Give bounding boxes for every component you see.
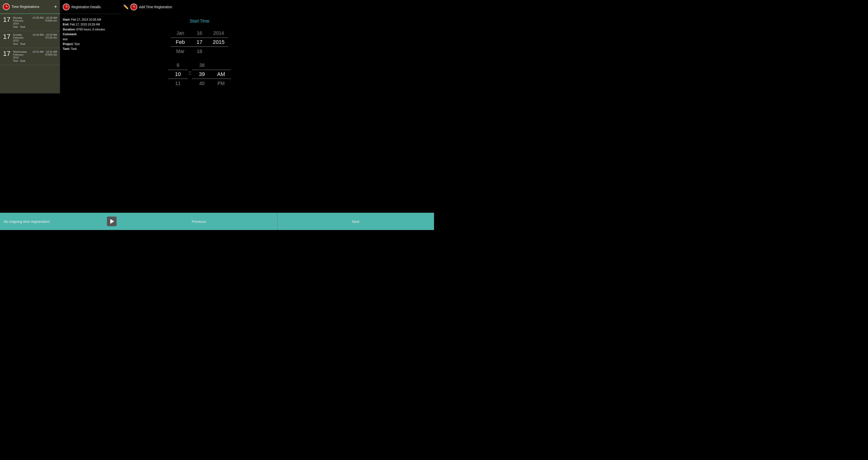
date-block: 17 bbox=[3, 16, 10, 23]
right-panel-header: ✏️ Add Time Registration bbox=[120, 0, 279, 14]
item-task: Test · Task bbox=[13, 25, 30, 28]
hour-9[interactable]: 9 bbox=[168, 61, 187, 70]
middle-panel-header: Registration Details bbox=[60, 0, 120, 14]
time-registrations-panel: Time Registrations + 17 Monday February … bbox=[0, 0, 60, 93]
day-number: 17 bbox=[3, 50, 10, 57]
day-number: 17 bbox=[3, 16, 10, 23]
bottom-left-section: No ongoing time registration! bbox=[0, 213, 120, 230]
item-time-range: 10:31 AM - 10:31 AM bbox=[32, 50, 57, 53]
clock-icon-middle bbox=[63, 4, 69, 10]
end-label: End: bbox=[63, 23, 69, 26]
bottom-bar: No ongoing time registration! Previous N… bbox=[0, 213, 434, 230]
comment-value: test bbox=[63, 37, 118, 42]
item-time-block: 10:28 AM - 10:28 AM 8760h 0m bbox=[32, 16, 57, 22]
month-mar[interactable]: Mar bbox=[171, 47, 190, 56]
comment-row: Comment: test bbox=[63, 32, 118, 42]
end-value: Feb 17, 2015 10:28 AM bbox=[70, 23, 100, 26]
no-registration-text: No ongoing time registration! bbox=[4, 220, 50, 224]
item-weekday: Sunday bbox=[13, 33, 30, 36]
item-info: Monday February 2014 Test · Task bbox=[13, 16, 30, 28]
month-feb-selected[interactable]: Feb bbox=[171, 38, 190, 47]
day-18[interactable]: 18 bbox=[190, 47, 209, 56]
duration-row: Duration: 8760 hours, 0 minutes bbox=[63, 27, 118, 32]
bottom-right-section: Previous Next bbox=[120, 213, 434, 230]
day-16[interactable]: 16 bbox=[190, 29, 209, 38]
hour-11[interactable]: 11 bbox=[168, 79, 187, 88]
duration-value: 8760 hours, 0 minutes bbox=[76, 28, 105, 31]
comment-label: Comment: bbox=[63, 33, 77, 36]
month-column[interactable]: Jan Feb Mar bbox=[171, 29, 190, 56]
end-row: End: Feb 17, 2015 10:28 AM bbox=[63, 22, 118, 27]
duration-label: Duration: bbox=[63, 28, 75, 31]
task-value: Task bbox=[71, 47, 77, 51]
date-block: 17 bbox=[3, 50, 10, 57]
date-block: 17 bbox=[3, 33, 10, 40]
left-panel-header: Time Registrations + bbox=[0, 0, 60, 14]
time-picker: 9 10 11 : 38 39 40 AM PM bbox=[120, 61, 279, 88]
item-duration: 8760h 0m bbox=[32, 19, 57, 22]
item-month-year: February 2010 bbox=[13, 53, 30, 59]
edit-icon: ✏️ bbox=[123, 4, 128, 9]
play-button[interactable] bbox=[107, 217, 117, 226]
left-panel-title: Time Registrations bbox=[11, 5, 39, 9]
start-row: Start: Feb 17, 2014 10:28 AM bbox=[63, 17, 118, 22]
item-duration: 8712h 0m bbox=[32, 36, 57, 39]
start-time-section: Start Time Jan Feb Mar 16 17 18 2014 201… bbox=[120, 14, 279, 93]
item-weekday: Wednesday bbox=[13, 50, 30, 53]
item-weekday: Monday bbox=[13, 16, 30, 19]
year-2014[interactable]: 2014 bbox=[209, 29, 228, 38]
month-jan[interactable]: Jan bbox=[171, 29, 190, 38]
year-2015-selected[interactable]: 2015 bbox=[209, 38, 228, 47]
add-time-registration-panel: ✏️ Add Time Registration Start Time Jan … bbox=[120, 0, 279, 93]
middle-panel-title: Registration Details bbox=[71, 5, 100, 9]
item-time-range: 10:28 AM - 10:28 AM bbox=[32, 16, 57, 19]
day-column[interactable]: 16 17 18 bbox=[190, 29, 209, 56]
minute-38[interactable]: 38 bbox=[192, 61, 212, 70]
item-task: Test · Task bbox=[13, 42, 30, 45]
project-label: Project: bbox=[63, 42, 73, 46]
minute-40[interactable]: 40 bbox=[192, 79, 212, 88]
item-month-year: February 2013 bbox=[13, 36, 30, 42]
add-registration-button[interactable]: + bbox=[54, 4, 57, 9]
day-17-selected[interactable]: 17 bbox=[190, 38, 209, 47]
project-row: Project: Test bbox=[63, 42, 118, 46]
clock-icon-right bbox=[130, 4, 137, 10]
ampm-pm[interactable]: PM bbox=[212, 79, 231, 88]
ampm-am-selected[interactable]: AM bbox=[212, 70, 231, 79]
start-label: Start: bbox=[63, 18, 70, 21]
list-item[interactable]: 17 Wednesday February 2010 Test · Task 1… bbox=[0, 48, 60, 65]
item-time-block: 10:29 AM - 10:29 AM 8712h 0m bbox=[32, 33, 57, 39]
item-month-year: February 2014 bbox=[13, 19, 30, 25]
previous-button[interactable]: Previous bbox=[120, 213, 277, 230]
start-value: Feb 17, 2014 10:28 AM bbox=[71, 18, 101, 21]
item-time-block: 10:31 AM - 10:31 AM 8760h 0m bbox=[32, 50, 57, 56]
header-left: Time Registrations bbox=[3, 3, 39, 10]
date-picker: Jan Feb Mar 16 17 18 2014 2015 bbox=[120, 29, 279, 56]
year-column[interactable]: 2014 2015 bbox=[209, 29, 228, 56]
registration-details-panel: Registration Details Start: Feb 17, 2014… bbox=[60, 0, 120, 55]
hour-column[interactable]: 9 10 11 bbox=[168, 61, 187, 88]
clock-icon bbox=[3, 3, 9, 10]
task-label: Task: bbox=[63, 47, 70, 51]
minute-39-selected[interactable]: 39 bbox=[192, 70, 212, 79]
next-button[interactable]: Next bbox=[277, 213, 434, 230]
right-panel-title: Add Time Registration bbox=[139, 5, 172, 9]
list-item[interactable]: 17 Monday February 2014 Test · Task 10:2… bbox=[0, 14, 60, 31]
list-item[interactable]: 17 Sunday February 2013 Test · Task 10:2… bbox=[0, 31, 60, 48]
hour-10-selected[interactable]: 10 bbox=[168, 70, 187, 79]
ampm-column[interactable]: AM PM bbox=[212, 61, 231, 88]
day-number: 17 bbox=[3, 33, 10, 40]
task-row: Task: Task bbox=[63, 46, 118, 51]
item-time-range: 10:29 AM - 10:29 AM bbox=[32, 33, 57, 36]
item-info: Wednesday February 2010 Test · Task bbox=[13, 50, 30, 62]
item-duration: 8760h 0m bbox=[32, 53, 57, 56]
time-separator: : bbox=[187, 61, 192, 76]
details-content: Start: Feb 17, 2014 10:28 AM End: Feb 17… bbox=[60, 14, 120, 55]
start-time-heading: Start Time bbox=[120, 19, 279, 24]
item-task: Test · Task bbox=[13, 59, 30, 62]
play-icon bbox=[110, 219, 114, 224]
item-info: Sunday February 2013 Test · Task bbox=[13, 33, 30, 45]
project-value: Test bbox=[74, 42, 80, 46]
minute-column[interactable]: 38 39 40 bbox=[192, 61, 212, 88]
